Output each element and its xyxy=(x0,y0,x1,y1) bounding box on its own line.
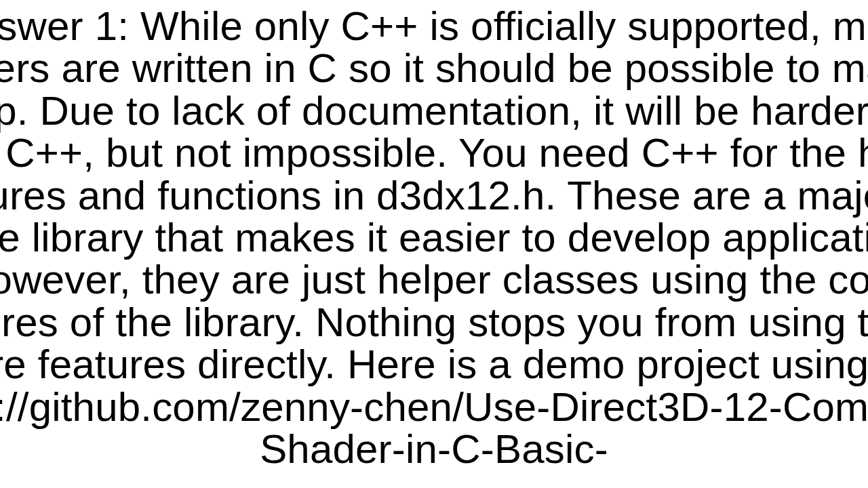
text-line: using C++, but not impossible. You need … xyxy=(0,132,868,174)
answer-text-block: Answer 1: While only C++ is officially s… xyxy=(0,5,868,470)
text-line: headers are written in C so it should be… xyxy=(0,47,868,89)
text-line: C app. Due to lack of documentation, it … xyxy=(0,90,868,132)
text-line: Shader-in-C-Basic- xyxy=(0,428,868,470)
text-line: features of the library. Nothing stops y… xyxy=(0,302,868,344)
text-line: structures and functions in d3dx12.h. Th… xyxy=(0,175,868,217)
text-line: Answer 1: While only C++ is officially s… xyxy=(0,5,868,47)
text-line: of the library that makes it easier to d… xyxy=(0,217,868,259)
text-line: core features directly. Here is a demo p… xyxy=(0,344,868,386)
text-line: https://github.com/zenny-chen/Use-Direct… xyxy=(0,386,868,428)
text-line: However, they are just helper classes us… xyxy=(0,259,868,301)
